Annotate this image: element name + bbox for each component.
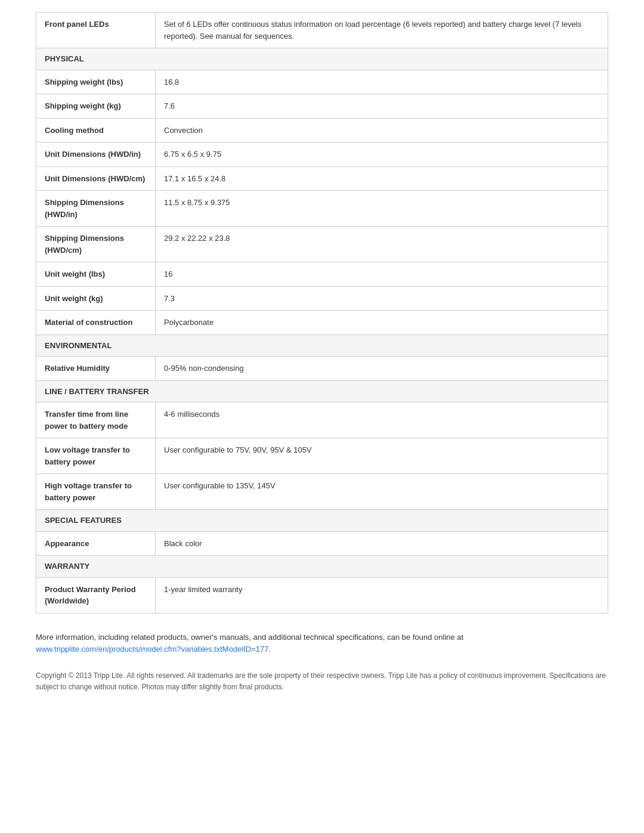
row-value: Polycarbonate [156,311,608,335]
section-header-label: LINE / BATTERY TRANSFER [36,380,608,402]
row-value: User configurable to 75V, 90V, 95V & 105… [156,438,608,474]
footer-section: More information, including related prod… [36,631,608,693]
row-value: 17.1 x 16.5 x 24.8 [156,166,608,191]
row-label: Shipping weight (kg) [36,94,156,119]
row-value: 29.2 x 22.22 x 23.8 [156,227,608,262]
row-value: 7.3 [156,286,608,311]
row-label: Cooling method [36,118,156,143]
row-value: 1-year limited warranty [156,577,608,613]
row-value: 4-6 milliseconds [156,402,608,438]
table-row: Cooling methodConvection [36,118,608,143]
row-value: User configurable to 135V, 145V [156,474,608,510]
section-header-label: ENVIRONMENTAL [36,335,608,357]
table-row: Shipping weight (lbs)16.8 [36,70,608,94]
row-label: Appearance [36,531,156,556]
row-label: Low voltage transfer to battery power [36,438,156,474]
row-label: Shipping weight (lbs) [36,70,156,94]
copyright-text: Copyright © 2013 Tripp Lite. All rights … [36,670,608,693]
table-row: Unit Dimensions (HWD/cm)17.1 x 16.5 x 24… [36,166,608,191]
table-row: Unit weight (lbs)16 [36,262,608,287]
row-label: Shipping Dimensions (HWD/cm) [36,227,156,262]
row-label: Unit weight (kg) [36,286,156,311]
row-value: Convection [156,118,608,143]
footer-info-text: More information, including related prod… [36,633,463,642]
table-row: Transfer time from line power to battery… [36,402,608,438]
row-value: 0-95% non-condensing [156,357,608,381]
row-label: Unit Dimensions (HWD/in) [36,143,156,167]
row-label: Unit weight (lbs) [36,262,156,287]
row-label: Material of construction [36,311,156,335]
table-row: Shipping weight (kg)7.6 [36,94,608,119]
row-value: 6.75 x 6.5 x 9.75 [156,143,608,167]
row-label: Front panel LEDs [36,13,156,48]
section-header-row: LINE / BATTERY TRANSFER [36,380,608,402]
row-value: Black color [156,531,608,556]
table-row: Shipping Dimensions (HWD/cm)29.2 x 22.22… [36,227,608,262]
row-label: Transfer time from line power to battery… [36,402,156,438]
section-header-label: SPECIAL FEATURES [36,510,608,532]
section-header-row: ENVIRONMENTAL [36,335,608,357]
row-value: 16.8 [156,70,608,94]
table-row: High voltage transfer to battery powerUs… [36,474,608,510]
row-value: 16 [156,262,608,287]
table-row: Low voltage transfer to battery powerUse… [36,438,608,474]
section-header-row: PHYSICAL [36,48,608,70]
table-row: Material of constructionPolycarbonate [36,311,608,335]
row-value: 7.6 [156,94,608,119]
row-label: Relative Humidity [36,357,156,381]
section-header-row: SPECIAL FEATURES [36,510,608,532]
row-label: Unit Dimensions (HWD/cm) [36,166,156,191]
table-row: Unit weight (kg)7.3 [36,286,608,311]
row-value: 11.5 x 8.75 x 9.375 [156,191,608,227]
table-row: Product Warranty Period (Worldwide)1-yea… [36,577,608,613]
footer-link[interactable]: www.tripplite.com/en/products/model.cfm?… [36,645,269,654]
row-label: Product Warranty Period (Worldwide) [36,577,156,613]
table-row: Relative Humidity0-95% non-condensing [36,357,608,381]
table-row: AppearanceBlack color [36,531,608,556]
spec-table: Front panel LEDsSet of 6 LEDs offer cont… [36,12,608,614]
table-row: Shipping Dimensions (HWD/in)11.5 x 8.75 … [36,191,608,227]
section-header-label: WARRANTY [36,556,608,578]
row-value: Set of 6 LEDs offer continuous status in… [156,13,608,48]
row-label: Shipping Dimensions (HWD/in) [36,191,156,227]
section-header-row: WARRANTY [36,556,608,578]
table-row: Front panel LEDsSet of 6 LEDs offer cont… [36,13,608,48]
section-header-label: PHYSICAL [36,48,608,70]
row-label: High voltage transfer to battery power [36,474,156,510]
table-row: Unit Dimensions (HWD/in)6.75 x 6.5 x 9.7… [36,143,608,167]
